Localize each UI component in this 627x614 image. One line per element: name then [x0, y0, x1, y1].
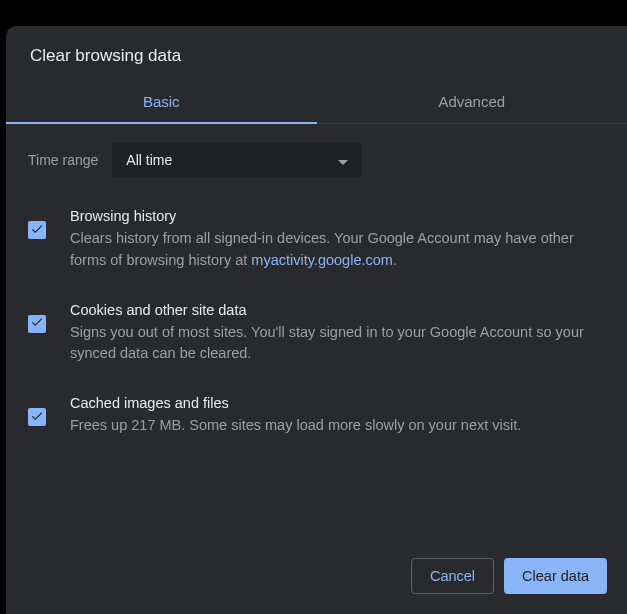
checkmark-icon	[30, 222, 44, 239]
myactivity-link[interactable]: myactivity.google.com	[251, 252, 393, 268]
option-desc: Clears history from all signed-in device…	[70, 228, 605, 272]
clear-browsing-data-dialog: Clear browsing data Basic Advanced Time …	[6, 26, 627, 614]
option-title: Cookies and other site data	[70, 302, 605, 318]
checkmark-icon	[30, 409, 44, 426]
option-browsing-history: Browsing history Clears history from all…	[28, 208, 605, 272]
time-range-select[interactable]: All time	[112, 142, 362, 178]
time-range-label: Time range	[28, 152, 98, 168]
option-title: Browsing history	[70, 208, 605, 224]
time-range-row: Time range All time	[28, 142, 605, 178]
tab-basic-label: Basic	[143, 93, 180, 110]
option-cache: Cached images and files Frees up 217 MB.…	[28, 395, 605, 437]
tab-advanced-label: Advanced	[438, 93, 505, 110]
dialog-footer: Cancel Clear data	[6, 540, 627, 614]
dropdown-arrow-icon	[338, 152, 348, 168]
option-cookies: Cookies and other site data Signs you ou…	[28, 302, 605, 366]
time-range-value: All time	[126, 152, 172, 168]
tab-basic[interactable]: Basic	[6, 80, 317, 123]
checkbox-cookies[interactable]	[28, 315, 46, 333]
tabs: Basic Advanced	[6, 80, 627, 124]
option-text: Browsing history Clears history from all…	[70, 208, 605, 272]
cancel-button-label: Cancel	[430, 568, 475, 584]
tab-advanced[interactable]: Advanced	[317, 80, 628, 123]
checkbox-browsing-history[interactable]	[28, 221, 46, 239]
desc-suffix: .	[393, 252, 397, 268]
clear-data-button[interactable]: Clear data	[504, 558, 607, 594]
option-text: Cookies and other site data Signs you ou…	[70, 302, 605, 366]
clear-data-button-label: Clear data	[522, 568, 589, 584]
checkmark-icon	[30, 315, 44, 332]
checkbox-cache[interactable]	[28, 408, 46, 426]
cancel-button[interactable]: Cancel	[411, 558, 494, 594]
dialog-title: Clear browsing data	[6, 26, 627, 80]
dialog-content: Time range All time Browsing history Cle…	[6, 124, 627, 540]
option-desc: Signs you out of most sites. You'll stay…	[70, 322, 605, 366]
option-text: Cached images and files Frees up 217 MB.…	[70, 395, 605, 437]
option-desc: Frees up 217 MB. Some sites may load mor…	[70, 415, 605, 437]
option-title: Cached images and files	[70, 395, 605, 411]
